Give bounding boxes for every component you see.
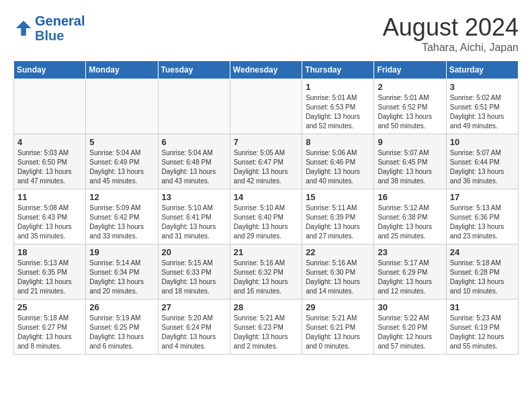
day-info: Daylight: 13 hours and 31 minutes. bbox=[162, 222, 226, 241]
day-info: Daylight: 13 hours and 21 minutes. bbox=[17, 277, 82, 296]
day-info: Sunset: 6:24 PM bbox=[162, 323, 226, 332]
day-info: Sunrise: 5:06 AM bbox=[306, 148, 370, 158]
weekday-header: Saturday bbox=[446, 61, 518, 79]
day-info: Sunrise: 5:09 AM bbox=[89, 203, 154, 213]
calendar-day-cell: 29Sunrise: 5:21 AMSunset: 6:21 PMDayligh… bbox=[302, 300, 374, 355]
weekday-header: Monday bbox=[86, 61, 158, 79]
day-info: Daylight: 13 hours and 8 minutes. bbox=[17, 332, 82, 351]
day-info: Sunrise: 5:15 AM bbox=[162, 259, 226, 268]
day-info: Sunset: 6:21 PM bbox=[306, 323, 370, 332]
day-number: 2 bbox=[378, 82, 442, 92]
weekday-header: Thursday bbox=[302, 61, 374, 79]
calendar-day-cell: 31Sunrise: 5:23 AMSunset: 6:19 PMDayligh… bbox=[446, 300, 518, 355]
day-info: Sunrise: 5:21 AM bbox=[234, 314, 298, 323]
day-number: 5 bbox=[89, 137, 154, 147]
day-info: Daylight: 13 hours and 38 minutes. bbox=[378, 167, 442, 186]
day-info: Sunset: 6:19 PM bbox=[450, 323, 515, 332]
calendar-day-cell bbox=[158, 79, 230, 134]
header: General Blue August 2024 Tahara, Aichi, … bbox=[13, 13, 519, 54]
day-number: 12 bbox=[89, 192, 154, 202]
calendar-day-cell: 16Sunrise: 5:12 AMSunset: 6:38 PMDayligh… bbox=[374, 189, 446, 244]
day-info: Daylight: 13 hours and 42 minutes. bbox=[234, 167, 298, 186]
day-info: Sunset: 6:38 PM bbox=[378, 213, 442, 222]
location-subtitle: Tahara, Aichi, Japan bbox=[383, 42, 519, 54]
day-info: Daylight: 13 hours and 49 minutes. bbox=[450, 112, 515, 131]
day-info: Daylight: 13 hours and 6 minutes. bbox=[89, 332, 154, 351]
calendar-day-cell: 15Sunrise: 5:11 AMSunset: 6:39 PMDayligh… bbox=[302, 189, 374, 244]
day-info: Daylight: 13 hours and 52 minutes. bbox=[306, 112, 370, 131]
day-number: 10 bbox=[450, 137, 515, 147]
day-number: 25 bbox=[17, 302, 82, 312]
day-info: Sunrise: 5:11 AM bbox=[306, 203, 370, 213]
day-info: Daylight: 13 hours and 23 minutes. bbox=[450, 222, 515, 241]
day-info: Sunset: 6:40 PM bbox=[234, 213, 298, 222]
day-info: Daylight: 13 hours and 25 minutes. bbox=[378, 222, 442, 241]
calendar-day-cell: 22Sunrise: 5:16 AMSunset: 6:30 PMDayligh… bbox=[302, 244, 374, 300]
day-number: 17 bbox=[450, 192, 515, 202]
day-info: Daylight: 13 hours and 20 minutes. bbox=[89, 277, 154, 296]
day-info: Daylight: 12 hours and 57 minutes. bbox=[378, 332, 442, 351]
calendar-body: 1Sunrise: 5:01 AMSunset: 6:53 PMDaylight… bbox=[14, 79, 519, 355]
day-info: Sunrise: 5:19 AM bbox=[89, 314, 154, 323]
calendar-day-cell: 30Sunrise: 5:22 AMSunset: 6:20 PMDayligh… bbox=[374, 300, 446, 355]
day-info: Daylight: 13 hours and 2 minutes. bbox=[234, 332, 298, 351]
day-info: Sunrise: 5:04 AM bbox=[89, 148, 154, 158]
calendar-day-cell: 28Sunrise: 5:21 AMSunset: 6:23 PMDayligh… bbox=[230, 300, 302, 355]
calendar-week-row: 1Sunrise: 5:01 AMSunset: 6:53 PMDaylight… bbox=[14, 79, 519, 134]
day-info: Daylight: 13 hours and 18 minutes. bbox=[162, 277, 226, 296]
day-info: Daylight: 13 hours and 16 minutes. bbox=[234, 277, 298, 296]
calendar-table: SundayMondayTuesdayWednesdayThursdayFrid… bbox=[13, 60, 519, 355]
day-info: Sunset: 6:32 PM bbox=[234, 268, 298, 277]
day-info: Daylight: 13 hours and 33 minutes. bbox=[89, 222, 154, 241]
weekday-header: Wednesday bbox=[230, 61, 302, 79]
calendar-day-cell: 25Sunrise: 5:18 AMSunset: 6:27 PMDayligh… bbox=[14, 300, 86, 355]
header-row: SundayMondayTuesdayWednesdayThursdayFrid… bbox=[14, 61, 519, 79]
day-info: Sunset: 6:20 PM bbox=[378, 323, 442, 332]
day-info: Sunset: 6:49 PM bbox=[89, 158, 154, 167]
day-info: Sunrise: 5:07 AM bbox=[378, 148, 442, 158]
calendar-week-row: 25Sunrise: 5:18 AMSunset: 6:27 PMDayligh… bbox=[14, 300, 519, 355]
day-number: 24 bbox=[450, 247, 515, 257]
day-number: 3 bbox=[450, 82, 515, 92]
calendar-day-cell bbox=[86, 79, 158, 134]
calendar-week-row: 18Sunrise: 5:13 AMSunset: 6:35 PMDayligh… bbox=[14, 244, 519, 300]
day-info: Sunset: 6:48 PM bbox=[162, 158, 226, 167]
day-info: Sunset: 6:51 PM bbox=[450, 103, 515, 112]
calendar-header: SundayMondayTuesdayWednesdayThursdayFrid… bbox=[14, 61, 519, 79]
day-info: Sunset: 6:52 PM bbox=[378, 103, 442, 112]
day-number: 20 bbox=[162, 247, 226, 257]
day-info: Daylight: 12 hours and 55 minutes. bbox=[450, 332, 515, 351]
calendar-day-cell: 17Sunrise: 5:13 AMSunset: 6:36 PMDayligh… bbox=[446, 189, 518, 244]
day-info: Sunrise: 5:02 AM bbox=[450, 93, 515, 103]
svg-marker-0 bbox=[16, 21, 32, 36]
calendar-day-cell: 24Sunrise: 5:18 AMSunset: 6:28 PMDayligh… bbox=[446, 244, 518, 300]
day-number: 9 bbox=[378, 137, 442, 147]
day-info: Sunrise: 5:17 AM bbox=[378, 259, 442, 268]
title-block: August 2024 Tahara, Aichi, Japan bbox=[383, 13, 519, 54]
day-number: 1 bbox=[306, 82, 370, 92]
day-info: Sunset: 6:25 PM bbox=[89, 323, 154, 332]
day-number: 6 bbox=[162, 137, 226, 147]
day-info: Daylight: 13 hours and 45 minutes. bbox=[89, 167, 154, 186]
day-info: Daylight: 13 hours and 36 minutes. bbox=[450, 167, 515, 186]
calendar-day-cell: 10Sunrise: 5:07 AMSunset: 6:44 PMDayligh… bbox=[446, 134, 518, 189]
day-info: Daylight: 13 hours and 43 minutes. bbox=[162, 167, 226, 186]
calendar-day-cell: 19Sunrise: 5:14 AMSunset: 6:34 PMDayligh… bbox=[86, 244, 158, 300]
weekday-header: Tuesday bbox=[158, 61, 230, 79]
day-info: Sunset: 6:46 PM bbox=[306, 158, 370, 167]
calendar-day-cell: 20Sunrise: 5:15 AMSunset: 6:33 PMDayligh… bbox=[158, 244, 230, 300]
day-info: Sunset: 6:44 PM bbox=[450, 158, 515, 167]
day-info: Sunrise: 5:01 AM bbox=[378, 93, 442, 103]
calendar-day-cell: 27Sunrise: 5:20 AMSunset: 6:24 PMDayligh… bbox=[158, 300, 230, 355]
day-info: Sunrise: 5:23 AM bbox=[450, 314, 515, 323]
day-info: Daylight: 13 hours and 50 minutes. bbox=[378, 112, 442, 131]
day-info: Sunset: 6:23 PM bbox=[234, 323, 298, 332]
calendar-day-cell: 11Sunrise: 5:08 AMSunset: 6:43 PMDayligh… bbox=[14, 189, 86, 244]
calendar-day-cell: 6Sunrise: 5:04 AMSunset: 6:48 PMDaylight… bbox=[158, 134, 230, 189]
day-info: Sunrise: 5:07 AM bbox=[450, 148, 515, 158]
calendar-day-cell: 18Sunrise: 5:13 AMSunset: 6:35 PMDayligh… bbox=[14, 244, 86, 300]
day-number: 13 bbox=[162, 192, 226, 202]
calendar-day-cell: 5Sunrise: 5:04 AMSunset: 6:49 PMDaylight… bbox=[86, 134, 158, 189]
calendar-day-cell: 21Sunrise: 5:16 AMSunset: 6:32 PMDayligh… bbox=[230, 244, 302, 300]
day-info: Sunset: 6:30 PM bbox=[306, 268, 370, 277]
